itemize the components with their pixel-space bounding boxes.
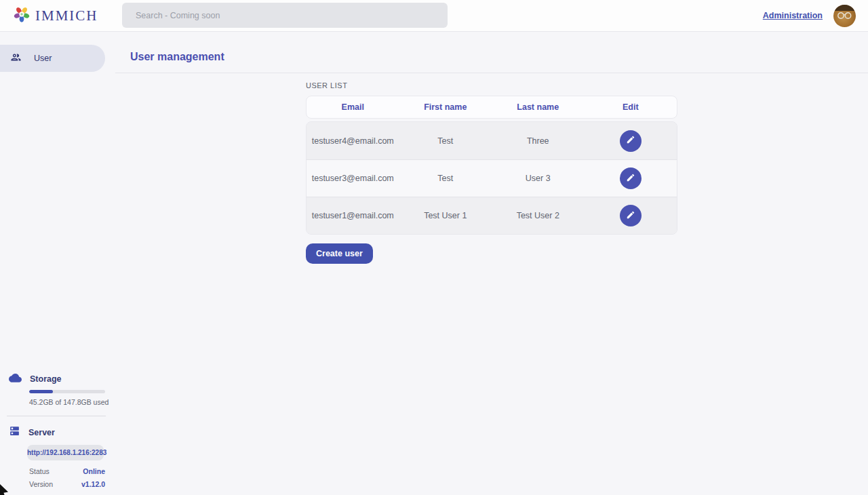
- edit-user-button[interactable]: [620, 130, 642, 152]
- logo: IMMICH: [13, 5, 98, 26]
- sidebar: User Storage 45.2GB of 147.8GB used: [0, 32, 115, 495]
- app-header: IMMICH Administration: [0, 0, 868, 32]
- user-table-row: testuser3@email.com Test User 3: [307, 159, 677, 197]
- search-input[interactable]: [122, 3, 448, 28]
- column-header-edit: Edit: [585, 102, 677, 112]
- user-first-name-cell: Test: [399, 136, 492, 146]
- column-header-first-name: First name: [399, 102, 492, 112]
- user-table-body: testuser4@email.com Test Three testuser3…: [306, 121, 677, 235]
- server-url-badge: http://192.168.1.216:2283: [27, 445, 104, 460]
- server-title: Server: [28, 428, 55, 437]
- user-first-name-cell: Test: [399, 174, 492, 183]
- app-name: IMMICH: [35, 7, 98, 24]
- column-header-last-name: Last name: [492, 102, 585, 112]
- storage-title: Storage: [30, 374, 62, 384]
- create-user-button[interactable]: Create user: [306, 243, 373, 264]
- storage-usage-bar: [29, 390, 105, 393]
- user-last-name-cell: User 3: [492, 174, 585, 183]
- pencil-icon: [626, 173, 635, 184]
- sidebar-item-label: User: [34, 54, 52, 63]
- version-value: v1.12.0: [81, 480, 105, 488]
- edit-user-button[interactable]: [620, 205, 642, 226]
- user-first-name-cell: Test User 1: [399, 211, 492, 220]
- user-last-name-cell: Test User 2: [492, 211, 585, 220]
- user-last-name-cell: Three: [492, 136, 585, 146]
- immich-app: IMMICH Administration User: [0, 0, 868, 495]
- pencil-icon: [626, 135, 635, 146]
- user-table-row: testuser4@email.com Test Three: [307, 122, 677, 159]
- pencil-icon: [626, 210, 635, 222]
- edit-user-button[interactable]: [620, 167, 642, 189]
- administration-link[interactable]: Administration: [763, 11, 823, 20]
- users-icon: [10, 52, 22, 65]
- header-right: Administration: [763, 5, 856, 27]
- sidebar-item-users[interactable]: User: [0, 45, 105, 72]
- sidebar-info: Storage 45.2GB of 147.8GB used Server ht…: [0, 372, 115, 495]
- server-icon: [9, 425, 20, 439]
- user-avatar[interactable]: [833, 5, 856, 27]
- user-email-cell: testuser1@email.com: [307, 211, 399, 220]
- status-value: Online: [83, 467, 105, 475]
- user-table-row: testuser1@email.com Test User 1 Test Use…: [307, 197, 677, 234]
- user-table-header: Email First name Last name Edit: [306, 96, 677, 119]
- page-title: User management: [130, 51, 868, 63]
- cloud-icon: [9, 372, 22, 385]
- server-status-row: Status Online: [29, 467, 105, 475]
- user-list-label: USER LIST: [306, 81, 677, 90]
- status-label: Status: [29, 467, 50, 475]
- main-content: User management USER LIST Email First na…: [115, 32, 868, 495]
- storage-usage-fill: [29, 390, 53, 393]
- column-header-email: Email: [307, 102, 399, 112]
- storage-header: Storage: [0, 372, 115, 385]
- storage-usage-text: 45.2GB of 147.8GB used: [29, 398, 115, 406]
- immich-flower-icon: [13, 5, 31, 26]
- user-email-cell: testuser3@email.com: [307, 174, 399, 183]
- page-title-bar: User management: [115, 32, 868, 73]
- version-label: Version: [29, 480, 53, 488]
- sidebar-divider: [7, 416, 106, 416]
- server-header: Server: [0, 425, 115, 439]
- user-email-cell: testuser4@email.com: [307, 136, 399, 146]
- glasses-photo: [836, 12, 853, 20]
- server-version-row: Version v1.12.0: [29, 480, 105, 488]
